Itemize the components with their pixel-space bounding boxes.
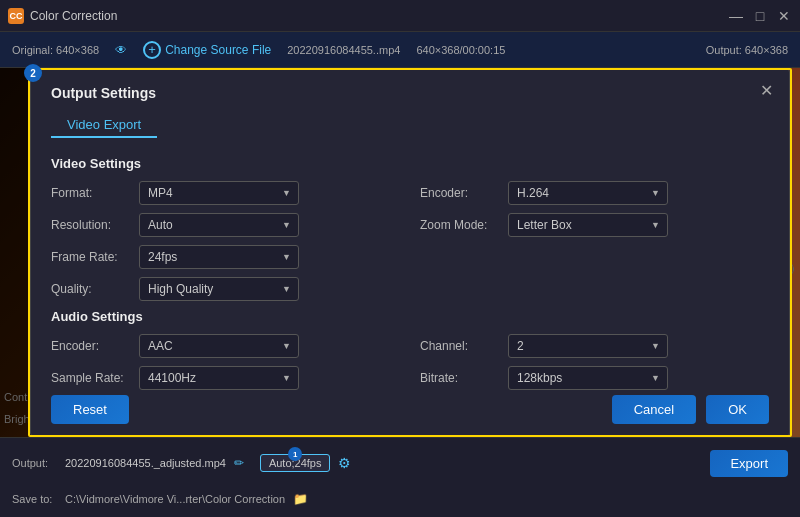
audio-encoder-select[interactable]: AACMP3AC3 [139, 334, 299, 358]
output-file: 20220916084455._adjusted.mp4 [65, 457, 226, 469]
modal-footer: Reset Cancel OK [51, 395, 769, 424]
app-icon: CC [8, 8, 24, 24]
resolution-label: Resolution: [51, 218, 131, 232]
zoom-mode-select-wrapper: Letter BoxPan & ScanFull [508, 213, 668, 237]
output-settings-badge[interactable]: 1 Auto;24fps [260, 454, 331, 472]
frame-rate-label: Frame Rate: [51, 250, 131, 264]
frame-rate-select-wrapper: 24fps25fps30fps60fps [139, 245, 299, 269]
encoder-video-row: Encoder: H.264H.265 [420, 181, 769, 205]
reset-button[interactable]: Reset [51, 395, 129, 424]
cancel-button[interactable]: Cancel [612, 395, 696, 424]
audio-encoder-select-wrapper: AACMP3AC3 [139, 334, 299, 358]
format-select-wrapper: MP4MOVAVI [139, 181, 299, 205]
gear-icon[interactable]: ⚙ [338, 455, 351, 471]
original-resolution: Original: 640×368 [12, 44, 99, 56]
sample-rate-label: Sample Rate: [51, 371, 131, 385]
maximize-button[interactable]: □ [752, 8, 768, 24]
audio-encoder-label: Encoder: [51, 339, 131, 353]
bitrate-select[interactable]: 128kbps192kbps256kbps [508, 366, 668, 390]
bottom-bar: Output: 20220916084455._adjusted.mp4 ✏ 1… [0, 437, 800, 517]
minimize-button[interactable]: — [728, 8, 744, 24]
sample-rate-row: Sample Rate: 44100Hz48000Hz [51, 366, 400, 390]
change-source-button[interactable]: + Change Source File [143, 41, 271, 59]
quality-select[interactable]: High QualityMedium QualityLow Quality [139, 277, 299, 301]
timecode: 640×368/00:00:15 [416, 44, 505, 56]
app-main: Original: 640×368 👁 + Change Source File… [0, 32, 800, 517]
output-label: Output: [12, 457, 57, 469]
save-path: C:\Vidmore\Vidmore Vi...rter\Color Corre… [65, 493, 285, 505]
ok-button[interactable]: OK [706, 395, 769, 424]
quality-row: Quality: High QualityMedium QualityLow Q… [51, 277, 400, 301]
output-resolution: Output: 640×368 [706, 44, 788, 56]
info-bar: Original: 640×368 👁 + Change Source File… [0, 32, 800, 68]
output-row: Output: 20220916084455._adjusted.mp4 ✏ 1… [12, 450, 788, 477]
sample-rate-select[interactable]: 44100Hz48000Hz [139, 366, 299, 390]
bitrate-select-wrapper: 128kbps192kbps256kbps [508, 366, 668, 390]
output-settings-modal: Output Settings ✕ Video Export Video Set… [30, 68, 790, 437]
resolution-select[interactable]: Auto1920×10801280×720 [139, 213, 299, 237]
encoder-video-label: Encoder: [420, 186, 500, 200]
modal-title: Output Settings [51, 85, 769, 101]
channel-row: Channel: 126 [420, 334, 769, 358]
modal-close-button[interactable]: ✕ [760, 81, 773, 100]
close-button[interactable]: ✕ [776, 8, 792, 24]
output-settings-badge-wrapper: 1 Auto;24fps [260, 454, 331, 472]
eye-icon[interactable]: 👁 [115, 43, 127, 57]
audio-settings-grid: Encoder: AACMP3AC3 Channel: 126 Sample R… [51, 334, 769, 390]
channel-select-wrapper: 126 [508, 334, 668, 358]
format-row: Format: MP4MOVAVI [51, 181, 400, 205]
bitrate-row: Bitrate: 128kbps192kbps256kbps [420, 366, 769, 390]
folder-icon[interactable]: 📁 [293, 492, 308, 506]
encoder-video-select-wrapper: H.264H.265 [508, 181, 668, 205]
bitrate-label: Bitrate: [420, 371, 500, 385]
footer-right-buttons: Cancel OK [612, 395, 769, 424]
resolution-select-wrapper: Auto1920×10801280×720 [139, 213, 299, 237]
save-to-label: Save to: [12, 493, 57, 505]
channel-select[interactable]: 126 [508, 334, 668, 358]
title-bar: CC Color Correction — □ ✕ [0, 0, 800, 32]
quality-select-wrapper: High QualityMedium QualityLow Quality [139, 277, 299, 301]
frame-rate-row: Frame Rate: 24fps25fps30fps60fps [51, 245, 400, 269]
add-icon: + [143, 41, 161, 59]
video-export-tab[interactable]: Video Export [51, 113, 157, 138]
resolution-row: Resolution: Auto1920×10801280×720 [51, 213, 400, 237]
encoder-video-select[interactable]: H.264H.265 [508, 181, 668, 205]
export-button[interactable]: Export [710, 450, 788, 477]
edit-icon[interactable]: ✏ [234, 456, 244, 470]
video-settings-grid: Format: MP4MOVAVI Encoder: H.264H.265 Re… [51, 181, 769, 301]
badge-1: 1 [288, 447, 302, 461]
app-title: Color Correction [30, 9, 117, 23]
frame-rate-select[interactable]: 24fps25fps30fps60fps [139, 245, 299, 269]
audio-encoder-row: Encoder: AACMP3AC3 [51, 334, 400, 358]
zoom-mode-row: Zoom Mode: Letter BoxPan & ScanFull [420, 213, 769, 237]
channel-label: Channel: [420, 339, 500, 353]
quality-label: Quality: [51, 282, 131, 296]
audio-settings-header: Audio Settings [51, 309, 769, 324]
sample-rate-select-wrapper: 44100Hz48000Hz [139, 366, 299, 390]
filename: 20220916084455..mp4 [287, 44, 400, 56]
window-controls: — □ ✕ [728, 8, 792, 24]
zoom-mode-select[interactable]: Letter BoxPan & ScanFull [508, 213, 668, 237]
zoom-mode-label: Zoom Mode: [420, 218, 500, 232]
format-label: Format: [51, 186, 131, 200]
video-settings-header: Video Settings [51, 156, 769, 171]
badge-2: 2 [24, 64, 42, 82]
save-to-row: Save to: C:\Vidmore\Vidmore Vi...rter\Co… [12, 492, 788, 506]
format-select[interactable]: MP4MOVAVI [139, 181, 299, 205]
